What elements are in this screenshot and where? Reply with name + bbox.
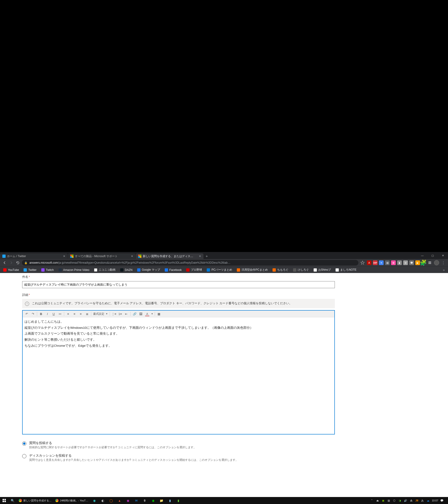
tray-volume-icon[interactable]: 🔊	[404, 499, 407, 502]
bullet-list-button[interactable]: ⋮≡	[111, 311, 117, 317]
bookmark-oshino[interactable]: おShinoブ	[312, 267, 333, 272]
new-tab-button[interactable]: ＋	[204, 253, 210, 259]
tray-network-icon[interactable]: 🖧	[409, 499, 413, 502]
align-left-button[interactable]: ≡	[65, 311, 71, 317]
image-button[interactable]: 🖼	[138, 311, 144, 317]
pinned-origin-icon[interactable]: ◯	[107, 497, 115, 504]
reading-list-icon[interactable]: ≡	[427, 259, 433, 266]
outdent-button[interactable]: ⇤	[124, 311, 129, 317]
close-icon[interactable]: ✕	[198, 254, 202, 258]
tab-extension-icon[interactable]: ✦	[379, 260, 384, 265]
pinned-app-icon[interactable]: ◉	[124, 497, 132, 504]
format-select[interactable]: 書式設定▼	[92, 311, 109, 316]
back-button[interactable]	[1, 259, 8, 266]
bookmark-keshilog[interactable]: けしろぐ	[291, 267, 311, 272]
subject-input[interactable]	[22, 281, 335, 288]
bookmark-baseball[interactable]: プロ野球	[184, 267, 204, 272]
taskbar-left: 🔍 新しい質問を作成する… 24時間の動画。- YouT… ◉ ◐ ◯ ▲ ◉ …	[0, 497, 182, 504]
tray-cloud-icon[interactable]: ☁	[426, 499, 430, 502]
radio-post-discussion[interactable]: ディスカッションを投稿する 質問ではなく意見を共有しますか? 共有したいヒントや…	[22, 454, 335, 462]
close-button[interactable]: ✕	[438, 252, 448, 259]
bookmark-mashiro[interactable]: ましろNOTE	[334, 267, 358, 272]
font-color-dropdown[interactable]: ▼	[150, 311, 154, 317]
taskbar-app-chrome[interactable]: 新しい質問を作成する…	[17, 497, 54, 504]
bold-button[interactable]: B	[38, 311, 44, 317]
adobe-extension-icon[interactable]: A	[367, 260, 372, 265]
bookmark-facebook[interactable]: Facebook	[163, 267, 184, 272]
number-list-button[interactable]: 1≡	[117, 311, 123, 317]
bookmark-twitch[interactable]: Twitch	[39, 267, 56, 272]
strike-button[interactable]: ⧦	[57, 311, 63, 317]
facebook-icon	[165, 268, 168, 271]
pinned-app-icon[interactable]: ▲	[115, 497, 124, 504]
pinned-app-icon[interactable]: ▮	[166, 497, 174, 504]
forward-button[interactable]	[8, 259, 15, 266]
close-icon[interactable]: ✕	[130, 254, 134, 258]
pinned-mail-icon[interactable]: ✉	[132, 497, 141, 504]
tray-clock[interactable]: 10:07	[432, 499, 438, 502]
tray-notifications-icon[interactable]: 💬	[440, 499, 444, 502]
font-color-button[interactable]: A	[144, 311, 150, 317]
align-right-button[interactable]: ≡	[78, 311, 84, 317]
chrome-menu-icon[interactable]: ⋮	[440, 261, 447, 265]
editor-textarea[interactable]: はじめましてこんにちは。 縦並びのマルチディスプレイをWindows10にて使用…	[23, 317, 334, 434]
rich-text-editor: ↶ ↷ B I U ⧦ ≡ ≡ ≡ ≣ 書式設定▼ ⋮≡ 1≡	[22, 310, 335, 434]
pinned-steam-icon[interactable]: ◐	[98, 497, 107, 504]
bookmark-chimolog[interactable]: ちもろぐ	[271, 267, 290, 272]
required-mark: *	[29, 293, 30, 297]
tab-new-question[interactable]: 新しい質問を作成する、またはディス… ✕	[136, 253, 203, 259]
pink-extension-icon[interactable]: ✿	[391, 260, 396, 265]
battery-extension-icon[interactable]: ▮	[397, 260, 402, 265]
pinned-line-icon[interactable]: ◉	[149, 497, 157, 504]
reload-button[interactable]	[15, 259, 21, 266]
align-center-button[interactable]: ≡	[72, 311, 77, 317]
radio-post-question[interactable]: 質問を投稿する 技術的な質問に関するサポートが必要ですか? サポートが必要ですか…	[22, 441, 335, 450]
bookmark-gmaps[interactable]: Google マップ	[135, 267, 162, 272]
align-justify-button[interactable]: ≣	[84, 311, 90, 317]
tray-overflow-icon[interactable]: ˄	[370, 499, 374, 502]
bookmark-twitter[interactable]: Twitter	[22, 267, 38, 272]
link-button[interactable]: 🔗	[132, 311, 138, 317]
bookmark-jisaku[interactable]: 汎用型自作PCまとめ	[235, 267, 270, 272]
pinned-edge-icon[interactable]: ◉	[90, 497, 98, 504]
start-button[interactable]	[0, 497, 8, 504]
minimize-button[interactable]: —	[417, 252, 428, 259]
undo-button[interactable]: ↶	[24, 311, 30, 317]
tray-ime-mode[interactable]: あ	[420, 499, 424, 502]
taskbar-app-chrome-2[interactable]: 24時間の動画。- YouT…	[54, 497, 90, 504]
close-icon[interactable]: ✕	[63, 254, 66, 258]
tab-ms-support[interactable]: すべての製品 - Microsoft サポート ✕	[68, 253, 136, 259]
niconico-icon	[94, 268, 97, 271]
search-button[interactable]: 🔍	[8, 497, 17, 504]
pinned-app-icon[interactable]: ⬮	[141, 497, 149, 504]
table-button[interactable]: ▦	[156, 311, 162, 317]
extensions-menu-icon[interactable]: 🧩	[420, 259, 427, 266]
tray-usb-icon[interactable]: ⏏	[376, 499, 379, 502]
abp-extension-icon[interactable]: ABP	[373, 260, 377, 265]
address-bar[interactable]: 🔒 answers.microsoft.com /ja-jp/newthread…	[22, 260, 358, 266]
italic-button[interactable]: I	[44, 311, 50, 317]
bookmark-star-icon[interactable]: ☆	[359, 259, 366, 266]
tray-app-icon[interactable]: ◑	[398, 499, 402, 502]
bookmark-overflow-icon[interactable]: »	[441, 268, 447, 272]
redo-button[interactable]: ↷	[30, 311, 36, 317]
tray-ime-jp-icon[interactable]: J8	[415, 499, 419, 502]
stop-extension-icon[interactable]: ⊘	[403, 260, 408, 265]
media-extension-icon[interactable]: ▶	[415, 260, 420, 265]
bookmark-youtube[interactable]: YouTube	[1, 267, 21, 272]
underline-button[interactable]: U	[51, 311, 57, 317]
pinned-explorer-icon[interactable]: 📁	[157, 497, 166, 504]
tab-twitter[interactable]: ホーム / Twitter ✕	[0, 253, 68, 259]
doc-extension-icon[interactable]: ▤	[385, 260, 390, 265]
comment-extension-icon[interactable]: 💬	[409, 260, 414, 265]
pinned-app-icon[interactable]: ▮	[174, 497, 182, 504]
tray-nvidia-icon[interactable]: ▣	[381, 499, 385, 502]
maximize-button[interactable]: ▢	[428, 252, 438, 259]
bookmark-amazon[interactable]: Amazon Prime Video	[57, 267, 91, 272]
tray-app-icon[interactable]: ▥	[387, 499, 391, 502]
bookmark-pcparts[interactable]: PCパーツまとめ	[205, 267, 234, 272]
bookmark-dazn[interactable]: DAZN	[118, 267, 134, 272]
tray-app-icon[interactable]: ⬡	[393, 499, 396, 502]
bookmark-niconico[interactable]: ニコニコ動画	[92, 267, 117, 272]
profile-avatar[interactable]	[434, 260, 439, 265]
